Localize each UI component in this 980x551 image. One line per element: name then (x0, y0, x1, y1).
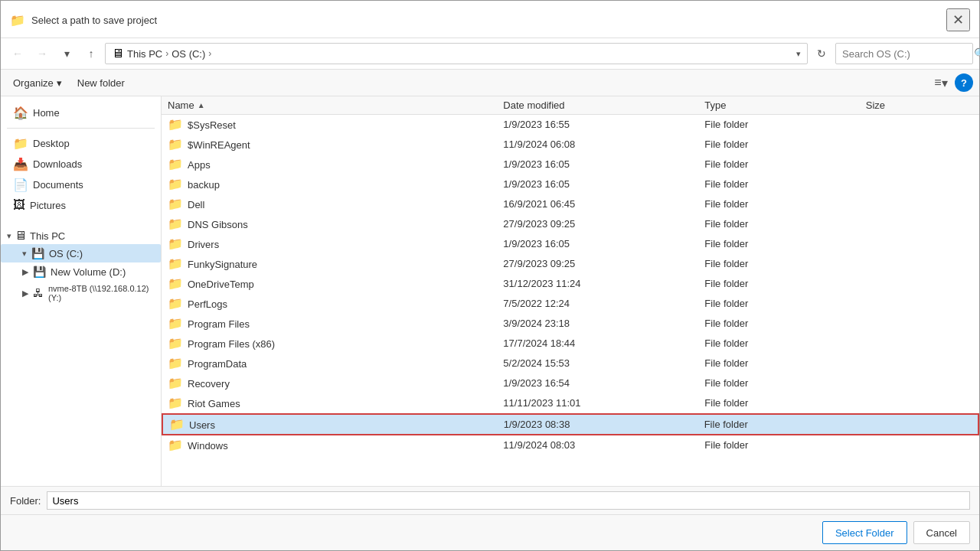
organize-arrow-icon: ▾ (57, 77, 62, 89)
organize-button[interactable]: Organize ▾ (7, 73, 68, 93)
folder-icon: 📁 (168, 439, 183, 452)
newvol-expand-icon: ▶ (22, 267, 28, 277)
folder-icon: 📁 (168, 396, 183, 409)
sidebar: 🏠 Home 📁 Desktop 📌 📥 Downloads 📌 📄 Docum… (1, 96, 162, 486)
table-row[interactable]: 📁PerfLogs 7/5/2022 12:24 File folder (162, 294, 979, 314)
file-date-cell: 27/9/2023 09:25 (503, 218, 704, 230)
table-row[interactable]: 📁FunkySignature 27/9/2023 09:25 File fol… (162, 254, 979, 274)
table-row[interactable]: 📁ProgramData 5/2/2024 15:53 File folder (162, 354, 979, 373)
sidebar-item-desktop[interactable]: 📁 Desktop 📌 (1, 133, 161, 154)
table-row[interactable]: 📁Program Files 3/9/2024 23:18 File folde… (162, 314, 979, 334)
table-row[interactable]: 📁Apps 1/9/2023 16:05 File folder (162, 155, 979, 174)
sidebar-item-nvme[interactable]: ▶ 🖧 nvme-8TB (\\192.168.0.12) (Y:) (1, 281, 161, 305)
file-type-cell: File folder (704, 198, 865, 210)
file-date-cell: 17/7/2024 18:44 (503, 337, 704, 349)
select-folder-button[interactable]: Select Folder (822, 521, 907, 544)
file-date-cell: 11/9/2024 06:08 (503, 139, 704, 150)
folder-icon: 📁 (168, 317, 183, 330)
file-name-cell: 📁Riot Games (168, 396, 503, 410)
table-row[interactable]: 📁Riot Games 11/11/2023 11:01 File folder (162, 393, 979, 413)
documents-icon: 📄 (13, 178, 28, 192)
sidebar-item-documents[interactable]: 📄 Documents 📌 (1, 174, 161, 195)
table-row[interactable]: 📁Dell 16/9/2021 06:45 File folder (162, 194, 979, 214)
address-sep-1: › (165, 48, 168, 59)
file-date-cell: 16/9/2021 06:45 (503, 198, 704, 210)
folder-icon: 📁 (168, 277, 183, 290)
sidebar-thispc-label: This PC (30, 230, 65, 242)
file-date-cell: 11/11/2023 11:01 (503, 397, 704, 409)
search-icon: 🔍 (974, 47, 980, 60)
sidebar-thispc-header[interactable]: ▾ 🖥 This PC (1, 224, 161, 244)
table-row[interactable]: 📁backup 1/9/2023 16:05 File folder (162, 174, 979, 194)
toolbar: Organize ▾ New folder ≡ ▾ ? (1, 70, 979, 96)
osc-icon: 💾 (31, 247, 44, 259)
col-header-name[interactable]: Name ▲ (168, 99, 503, 111)
view-button[interactable]: ≡ ▾ (930, 73, 952, 93)
thispc-expand-icon: ▾ (7, 231, 11, 241)
up-button[interactable]: ↑ (80, 43, 102, 64)
file-date-cell: 3/9/2024 23:18 (503, 318, 704, 329)
file-type-cell: File folder (704, 158, 865, 170)
col-header-type[interactable]: Type (704, 99, 865, 111)
file-name-cell: 📁OneDriveTemp (168, 276, 503, 291)
file-type-cell: File folder (704, 439, 865, 451)
file-type-cell: File folder (704, 218, 865, 230)
dropdown-button[interactable]: ▾ (56, 43, 77, 64)
file-type-cell: File folder (704, 238, 865, 249)
col-header-date[interactable]: Date modified (503, 99, 704, 111)
help-button[interactable]: ? (955, 73, 973, 92)
back-button[interactable]: ← (7, 43, 28, 64)
col-header-size[interactable]: Size (866, 99, 973, 111)
table-row[interactable]: 📁$WinREAgent 11/9/2024 06:08 File folder (162, 135, 979, 155)
folder-icon: 📁 (168, 217, 183, 230)
action-bar: Select Folder Cancel (1, 514, 979, 550)
nvme-icon: 🖧 (33, 287, 44, 299)
file-name-cell: 📁Apps (168, 157, 503, 171)
folder-icon: 📁 (168, 138, 183, 151)
sidebar-item-pictures[interactable]: 🖼 Pictures 📌 (1, 195, 161, 215)
file-name-cell: 📁PerfLogs (168, 296, 503, 311)
table-row[interactable]: 📁Windows 11/9/2024 08:03 File folder (162, 435, 979, 455)
file-name-cell: 📁backup (168, 177, 503, 191)
refresh-button[interactable]: ↻ (811, 43, 832, 64)
file-rows-container: 📁$SysReset 1/9/2023 16:55 File folder 📁$… (162, 115, 979, 455)
file-type-cell: File folder (704, 419, 865, 430)
file-list: Name ▲ Date modified Type Size 📁$SysRese… (162, 96, 979, 486)
file-date-cell: 1/9/2023 16:05 (503, 178, 704, 190)
sidebar-item-home[interactable]: 🏠 Home (1, 103, 161, 123)
sidebar-item-osc[interactable]: ▾ 💾 OS (C:) (1, 244, 161, 262)
new-folder-button[interactable]: New folder (71, 73, 131, 93)
table-row[interactable]: 📁Program Files (x86) 17/7/2024 18:44 Fil… (162, 334, 979, 354)
address-bar[interactable]: 🖥 This PC › OS (C:) › ▾ (105, 43, 808, 64)
close-button[interactable]: ✕ (946, 8, 970, 31)
folder-icon: 📁 (168, 357, 183, 370)
sidebar-item-new-volume[interactable]: ▶ 💾 New Volume (D:) (1, 262, 161, 281)
table-row[interactable]: 📁Users 1/9/2023 08:38 File folder (162, 413, 979, 435)
forward-button[interactable]: → (31, 43, 53, 64)
search-input[interactable] (842, 48, 971, 60)
bottom-bar: Folder: (1, 486, 979, 514)
desktop-icon: 📁 (13, 136, 28, 151)
address-sep-2: › (208, 48, 211, 59)
file-date-cell: 1/9/2023 16:05 (503, 238, 704, 249)
file-date-cell: 1/9/2023 16:55 (503, 119, 704, 130)
folder-icon: 📁 (168, 337, 183, 350)
file-list-header: Name ▲ Date modified Type Size (162, 96, 979, 115)
address-expand-icon[interactable]: ▾ (796, 49, 801, 59)
table-row[interactable]: 📁$SysReset 1/9/2023 16:55 File folder (162, 115, 979, 135)
sidebar-nvme-label: nvme-8TB (\\192.168.0.12) (Y:) (48, 284, 155, 302)
file-name-cell: 📁FunkySignature (168, 256, 503, 271)
nav-bar: ← → ▾ ↑ 🖥 This PC › OS (C:) › ▾ ↻ 🔍 (1, 38, 979, 70)
cancel-button[interactable]: Cancel (913, 521, 970, 544)
table-row[interactable]: 📁OneDriveTemp 31/12/2023 11:24 File fold… (162, 274, 979, 294)
table-row[interactable]: 📁Recovery 1/9/2023 16:54 File folder (162, 373, 979, 393)
file-type-cell: File folder (704, 377, 865, 389)
sidebar-newvol-label: New Volume (D:) (51, 266, 126, 278)
table-row[interactable]: 📁DNS Gibsons 27/9/2023 09:25 File folder (162, 214, 979, 234)
sidebar-item-downloads[interactable]: 📥 Downloads 📌 (1, 154, 161, 174)
table-row[interactable]: 📁Drivers 1/9/2023 16:05 File folder (162, 234, 979, 254)
pictures-icon: 🖼 (13, 198, 25, 212)
folder-input[interactable] (47, 491, 970, 510)
address-crumb-thispc: This PC (127, 48, 162, 60)
sidebar-documents-label: Documents (33, 179, 83, 191)
